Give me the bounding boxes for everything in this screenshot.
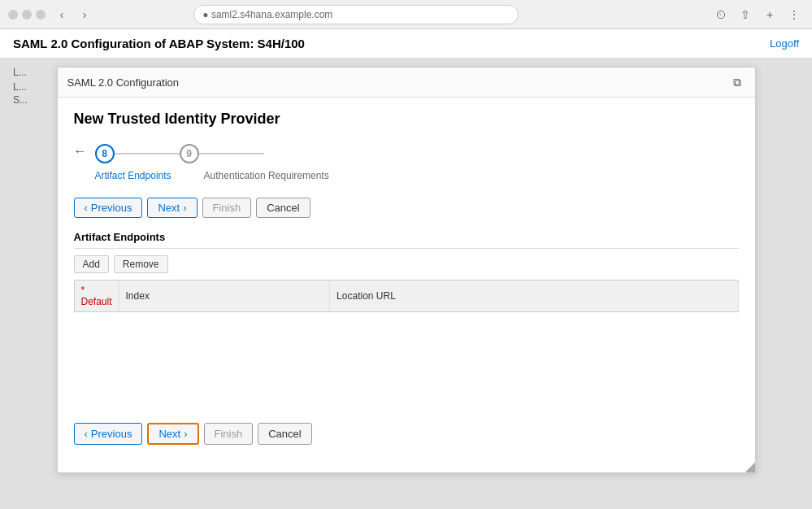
dialog-header-title: SAML 2.0 Configuration [67,76,180,89]
page-title: SAML 2.0 Configuration of ABAP System: S… [13,37,305,50]
dialog-body: New Trusted Identity Provider ← 8 9 [58,98,755,471]
col-index-header: Index [119,281,330,312]
back-arrow-icon: ← [74,144,87,159]
stepper-back-button[interactable]: ← [74,144,87,159]
step-9-label: Authentication Requirements [204,170,329,181]
dialog-header: SAML 2.0 Configuration ⧉ [58,67,755,98]
step-line-2 [199,153,264,154]
top-previous-button[interactable]: ‹ Previous [74,198,143,218]
resize-handle[interactable] [745,463,755,472]
bottom-next-icon: › [184,428,187,440]
logoff-link[interactable]: Logoff [770,37,799,50]
address-bar[interactable]: ● saml2.s4hana.example.com [193,5,519,24]
clock-icon[interactable]: ⏲ [711,5,731,24]
browser-toolbar-right: ⏲ ⇧ + ⋮ [711,5,804,24]
step-9-circle: 9 [180,144,199,163]
table-header-row: * Default Index Location URL [74,281,738,312]
minimize-dot [22,10,32,20]
artifact-endpoints-table: * Default Index Location URL [74,280,739,312]
step-line-1 [115,153,180,154]
dialog-main-title: New Trusted Identity Provider [74,111,739,128]
share-icon[interactable]: ⇧ [736,5,755,24]
address-text: ● saml2.s4hana.example.com [202,9,332,20]
table-actions: Add Remove [74,255,739,273]
browser-window-controls [8,10,46,20]
bottom-cancel-button[interactable]: Cancel [258,423,311,445]
sidebar-hint: L... L... S... [13,67,28,106]
maximize-dot [36,10,46,20]
forward-button[interactable]: › [75,5,94,24]
remove-button[interactable]: Remove [114,255,168,273]
top-nav-buttons: ‹ Previous Next › Finish Cancel [74,198,739,218]
step-8-label: Artifact Endpoints [95,170,172,181]
bottom-finish-button[interactable]: Finish [204,423,254,445]
bottom-previous-icon: ‹ [85,428,88,440]
col-location-url-header: Location URL [330,281,738,312]
artifact-endpoints-title: Artifact Endpoints [74,231,739,249]
top-finish-button[interactable]: Finish [202,198,252,218]
expand-button[interactable]: ⧉ [729,74,745,90]
asterisk-icon: * [81,285,85,296]
back-button[interactable]: ‹ [52,5,72,24]
page-header: SAML 2.0 Configuration of ABAP System: S… [0,29,812,59]
col-default-header: * Default [74,281,119,312]
artifact-endpoints-section: Artifact Endpoints Add Remove * Default [74,231,739,312]
saml-dialog: SAML 2.0 Configuration ⧉ New Trusted Ide… [57,67,756,473]
bottom-next-button[interactable]: Next › [147,423,198,445]
add-button[interactable]: Add [74,255,109,273]
step-8-circle: 8 [95,144,115,163]
new-tab-icon[interactable]: + [760,5,779,24]
top-next-button[interactable]: Next › [147,198,197,218]
stepper: 8 9 Artifact Endpoints Authentication Re… [95,144,329,181]
stepper-area: ← 8 9 Artifact Endpoints [74,144,739,181]
menu-icon[interactable]: ⋮ [784,5,804,24]
bottom-nav-buttons: ‹ Previous Next › Finish Cancel [74,410,739,445]
stepper-labels: Artifact Endpoints Authentication Requir… [95,167,329,181]
top-next-icon: › [183,202,186,214]
browser-chrome: ‹ › ● saml2.s4hana.example.com ⏲ ⇧ + ⋮ [0,0,812,29]
top-cancel-button[interactable]: Cancel [256,198,310,218]
bottom-previous-button[interactable]: ‹ Previous [74,423,143,445]
stepper-row: 8 9 [95,144,329,163]
browser-navigation: ‹ › [52,5,94,24]
close-dot [8,10,18,20]
top-previous-icon: ‹ [85,202,88,214]
expand-icon: ⧉ [733,76,741,89]
main-area: L... L... S... SAML 2.0 Configuration ⧉ … [0,59,812,509]
